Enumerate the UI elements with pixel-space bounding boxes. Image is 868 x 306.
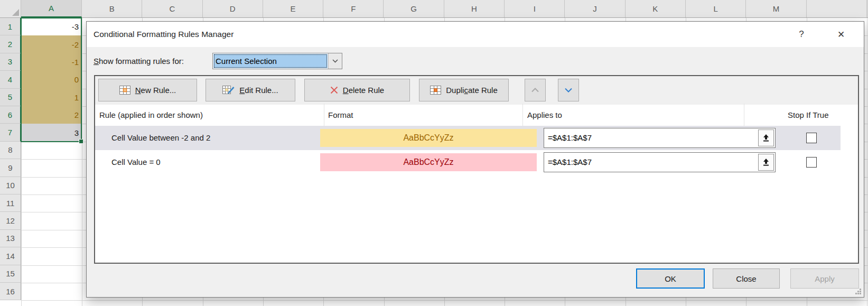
rule-row-2[interactable]: Cell Value = 0 AaBbCcYyZz =$A$1:$A$7 bbox=[95, 150, 841, 174]
show-rules-dropdown[interactable]: Current Selection bbox=[212, 53, 342, 69]
row-header-10[interactable]: 10 bbox=[0, 177, 21, 194]
chevron-down-icon bbox=[332, 59, 338, 63]
row-header-9[interactable]: 9 bbox=[0, 159, 21, 177]
help-button[interactable]: ? bbox=[794, 22, 809, 47]
row-header-7[interactable]: 7 bbox=[0, 124, 21, 141]
gridline bbox=[21, 300, 868, 301]
edit-rule-label: Edit Rule... bbox=[239, 86, 278, 95]
cell-A6[interactable]: 2 bbox=[22, 106, 81, 124]
applies-to-value: =$A$1:$A$7 bbox=[544, 153, 757, 172]
row-header-12[interactable]: 12 bbox=[0, 212, 21, 229]
collapse-range-icon bbox=[762, 134, 770, 142]
new-rule-label: New Rule... bbox=[135, 86, 176, 95]
help-icon: ? bbox=[799, 29, 804, 40]
row-header-14[interactable]: 14 bbox=[0, 247, 21, 265]
dialog-title: Conditional Formatting Rules Manager bbox=[94, 22, 234, 47]
column-header-D[interactable]: D bbox=[203, 0, 263, 17]
move-rule-up-button[interactable] bbox=[525, 79, 546, 101]
move-rule-down-button[interactable] bbox=[558, 79, 579, 101]
format-preview: AaBbCcYyZz bbox=[320, 129, 537, 147]
gridline bbox=[867, 18, 867, 306]
column-header-rule: Rule (applied in order shown) bbox=[99, 105, 203, 126]
column-header-F[interactable]: F bbox=[323, 0, 384, 17]
cell-A5[interactable]: 1 bbox=[22, 89, 81, 106]
close-dialog-button[interactable]: ✕ bbox=[832, 22, 850, 47]
column-header-A[interactable]: A bbox=[21, 0, 82, 17]
new-rule-button[interactable]: New Rule... bbox=[98, 79, 197, 101]
column-header-applies-to: Applies to bbox=[527, 105, 562, 126]
stop-if-true-checkbox[interactable] bbox=[806, 133, 817, 143]
column-header-blank[interactable] bbox=[807, 0, 867, 17]
ok-button[interactable]: OK bbox=[636, 268, 705, 289]
column-divider bbox=[744, 104, 744, 126]
column-header-K[interactable]: K bbox=[626, 0, 686, 17]
row-header-11[interactable]: 11 bbox=[0, 194, 21, 212]
close-icon: ✕ bbox=[837, 29, 845, 40]
column-header-J[interactable]: J bbox=[565, 0, 625, 17]
chevron-down-icon bbox=[564, 88, 573, 92]
dropdown-arrow-button[interactable] bbox=[328, 53, 342, 69]
row-header-15[interactable]: 15 bbox=[0, 265, 21, 283]
duplicate-rule-icon bbox=[430, 86, 441, 95]
cell-A3[interactable]: -1 bbox=[22, 53, 81, 71]
select-all-triangle-icon bbox=[12, 9, 19, 16]
column-divider bbox=[522, 104, 523, 126]
column-header-stop-if-true: Stop If True bbox=[788, 105, 829, 126]
column-header-L[interactable]: L bbox=[686, 0, 746, 17]
row-header-4[interactable]: 4 bbox=[0, 71, 21, 88]
chevron-up-icon bbox=[531, 88, 539, 92]
row-header-13[interactable]: 13 bbox=[0, 230, 21, 247]
cell-A4[interactable]: 0 bbox=[22, 71, 81, 88]
row-header-3[interactable]: 3 bbox=[0, 53, 21, 71]
delete-rule-icon bbox=[330, 86, 338, 94]
rule-row-1[interactable]: Cell Value between -2 and 2 AaBbCcYyZz =… bbox=[95, 126, 841, 150]
column-header-I[interactable]: I bbox=[505, 0, 565, 17]
row-header-16[interactable]: 16 bbox=[0, 283, 21, 300]
gridline bbox=[82, 18, 82, 306]
column-header-E[interactable]: E bbox=[263, 0, 323, 17]
cell-A2[interactable]: -2 bbox=[22, 35, 81, 53]
new-rule-icon bbox=[119, 86, 130, 95]
delete-rule-label: Delete Rule bbox=[343, 86, 384, 95]
excel-window: ABCDEFGHIJKLM 12345678910111213141516 -3… bbox=[0, 0, 868, 306]
collapse-dialog-button[interactable] bbox=[758, 154, 774, 171]
row-header-8[interactable]: 8 bbox=[0, 142, 21, 159]
column-header-H[interactable]: H bbox=[444, 0, 505, 17]
show-rules-label: Show formatting rules for: bbox=[94, 53, 184, 69]
column-header-C[interactable]: C bbox=[142, 0, 202, 17]
row-header-6[interactable]: 6 bbox=[0, 106, 21, 124]
show-rules-dropdown-value: Current Selection bbox=[213, 54, 328, 68]
applies-to-field[interactable]: =$A$1:$A$7 bbox=[544, 128, 776, 148]
rule-description: Cell Value between -2 and 2 bbox=[111, 126, 210, 150]
applies-to-value: =$A$1:$A$7 bbox=[544, 128, 757, 147]
resize-grip[interactable] bbox=[854, 287, 862, 295]
column-header-G[interactable]: G bbox=[384, 0, 444, 17]
stop-if-true-checkbox[interactable] bbox=[806, 157, 817, 168]
close-button[interactable]: Close bbox=[713, 268, 780, 289]
select-all-corner[interactable] bbox=[0, 0, 21, 17]
row-header-2[interactable]: 2 bbox=[0, 35, 21, 53]
duplicate-rule-label: Duplicate Rule bbox=[446, 86, 498, 95]
format-preview: AaBbCcYyZz bbox=[320, 153, 537, 171]
column-header-B[interactable]: B bbox=[82, 0, 142, 17]
apply-button: Apply bbox=[790, 268, 859, 289]
delete-rule-button[interactable]: Delete Rule bbox=[304, 79, 410, 101]
column-divider bbox=[324, 104, 324, 126]
rule-description: Cell Value = 0 bbox=[111, 150, 161, 174]
collapse-range-icon bbox=[762, 158, 770, 166]
row-header-1[interactable]: 1 bbox=[0, 18, 21, 35]
row-header-5[interactable]: 5 bbox=[0, 89, 21, 106]
edit-rule-button[interactable]: Edit Rule... bbox=[206, 79, 295, 101]
conditional-formatting-rules-manager-dialog: Conditional Formatting Rules Manager ? ✕… bbox=[86, 21, 864, 298]
column-header-M[interactable]: M bbox=[746, 0, 806, 17]
collapse-dialog-button[interactable] bbox=[758, 129, 774, 146]
cell-A7[interactable]: 3 bbox=[22, 124, 81, 141]
rules-list-box: New Rule... Edit Rule... Delete Rule Dup… bbox=[94, 75, 859, 264]
column-header-format: Format bbox=[328, 105, 353, 126]
duplicate-rule-button[interactable]: Duplicate Rule bbox=[419, 79, 509, 101]
edit-rule-icon bbox=[222, 86, 235, 95]
cell-A1[interactable]: -3 bbox=[22, 18, 81, 35]
applies-to-field[interactable]: =$A$1:$A$7 bbox=[544, 152, 776, 172]
